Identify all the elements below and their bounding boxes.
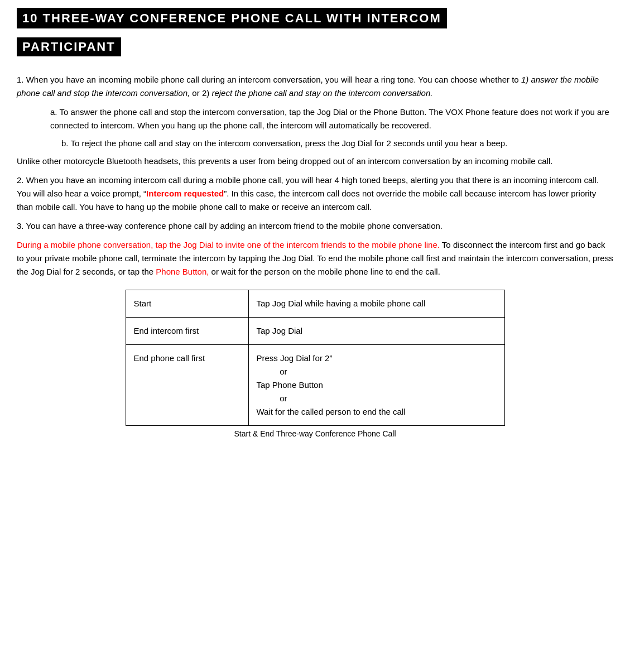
title-text: 10 THREE-WAY CONFERENCE PHONE CALL WITH … (17, 8, 447, 28)
conference-table-container: Start Tap Jog Dial while having a mobile… (126, 290, 505, 438)
paragraph-1a: a. To answer the phone call and stop the… (50, 105, 613, 132)
table-caption: Start & End Three-way Conference Phone C… (126, 429, 505, 438)
title-text2: PARTICIPANT (17, 37, 121, 56)
table-cell-end-intercom-label: End intercom first (126, 318, 248, 345)
main-content: 1. When you have an incoming mobile phon… (17, 73, 613, 438)
table-cell-start-value: Tap Jog Dial while having a mobile phone… (248, 290, 504, 318)
paragraph-3: 2. When you have an incoming intercom ca… (17, 174, 613, 214)
table-row-end-intercom: End intercom first Tap Jog Dial (126, 318, 504, 345)
paragraph-4: 3. You can have a three-way conference p… (17, 219, 613, 233)
table-cell-end-phone-value: Press Jog Dial for 2” or Tap Phone Butto… (248, 345, 504, 426)
paragraph-1b: b. To reject the phone call and stay on … (61, 137, 613, 150)
paragraph-1: 1. When you have an incoming mobile phon… (17, 73, 613, 100)
paragraph-5: During a mobile phone conversation, tap … (17, 238, 613, 279)
table-cell-end-phone-label: End phone call first (126, 345, 248, 426)
paragraph-2: Unlike other motorcycle Bluetooth headse… (17, 155, 613, 168)
table-cell-start-label: Start (126, 290, 248, 318)
title-line2-container: PARTICIPANT (17, 37, 613, 68)
table-row-start: Start Tap Jog Dial while having a mobile… (126, 290, 504, 318)
table-row-end-phone: End phone call first Press Jog Dial for … (126, 345, 504, 426)
table-cell-end-intercom-value: Tap Jog Dial (248, 318, 504, 345)
conference-table: Start Tap Jog Dial while having a mobile… (126, 290, 505, 426)
title-line1: 10 THREE-WAY CONFERENCE PHONE CALL WITH … (17, 11, 613, 26)
